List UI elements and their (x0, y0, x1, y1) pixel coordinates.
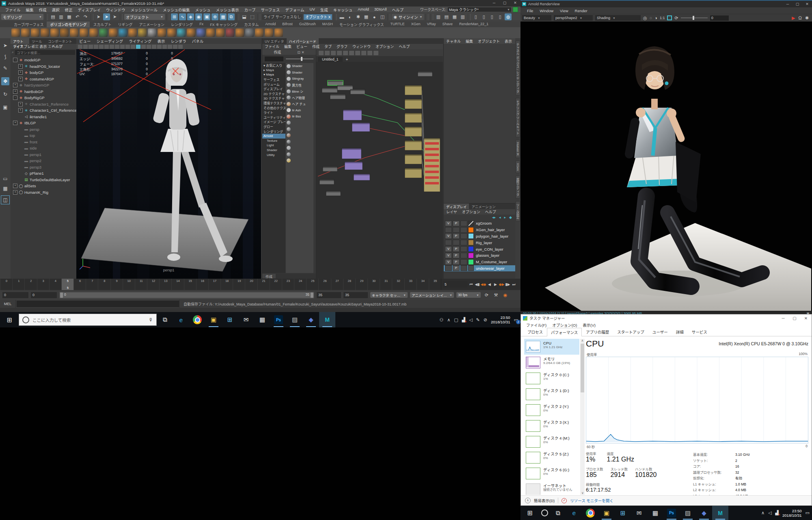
shelf-icon[interactable] (245, 28, 254, 37)
tab-untitled-1[interactable]: Untitled_1 (318, 57, 343, 62)
tab-プロセス[interactable]: プロセス (523, 327, 547, 336)
layer-eye_CON_layer[interactable]: VPeye_CON_layer (444, 246, 515, 252)
icon-make-live[interactable]: ▦ (220, 13, 227, 20)
taskbar-icon-task-view[interactable]: ⧉ (550, 506, 566, 520)
arnold-menu-Window[interactable]: Window (536, 9, 557, 13)
extra-toggle[interactable] (460, 259, 467, 265)
shelf-icon[interactable] (235, 28, 244, 37)
taskbar-icon-maya[interactable]: M (712, 506, 728, 520)
work-toolbar-icon[interactable] (343, 51, 348, 55)
arnold-titlebar[interactable]: M Arnold RenderView ─▢✕ (520, 0, 812, 7)
shelf-icon[interactable] (128, 28, 137, 37)
shelf-icon[interactable] (109, 28, 117, 37)
icon-safe-action[interactable] (120, 45, 125, 49)
shelf-icon[interactable] (89, 28, 98, 37)
taskmgr-menu-表示(V)[interactable]: 表示(V) (580, 322, 598, 328)
tray-volume-icon[interactable]: ◁ (768, 510, 771, 516)
tab-詳細[interactable]: 詳細 (672, 327, 688, 336)
shelf-tab-スカルプト[interactable]: スカルプト (90, 22, 114, 27)
lasso-tool[interactable]: ⟆ (1, 53, 9, 61)
icon-select-object[interactable]: ➤ (103, 13, 110, 20)
new-tab-button[interactable]: + (343, 57, 351, 62)
category-Maya[interactable]: ▸ Maya (262, 68, 285, 73)
dock-tab-Human IK[interactable]: Human IK (516, 140, 520, 158)
shelf-icon[interactable] (41, 28, 49, 37)
icon-construction-history-lock[interactable]: ⬓ (241, 13, 248, 20)
perspective-viewport[interactable]: ビューシェーディングライティング表示レンダラパネル (76, 38, 261, 279)
shelf-icon[interactable] (11, 28, 20, 37)
node-type-Shader[interactable]: Shader (286, 69, 313, 76)
perf-item-メモリ[interactable]: メモリ9.2/64.0 GB (19%) (524, 355, 579, 370)
icon-field-chart[interactable] (115, 45, 119, 49)
category-Shader[interactable]: Shader (262, 148, 285, 153)
current-frame-field[interactable]: 5 (443, 281, 467, 288)
icon-select-hierarchy[interactable]: ➤ (95, 13, 102, 20)
node-type-swatch[interactable] (286, 151, 313, 158)
shelf-tab-ポリゴンのモデリング[interactable]: ポリゴンのモデリング (47, 22, 90, 27)
taskbar-search[interactable]: ここに入力して検索 🎙︎ (19, 314, 157, 326)
shelf-icon[interactable] (274, 28, 283, 37)
icon-toggle-modeling-toolkit[interactable]: ▯ (497, 13, 503, 20)
frame-4[interactable]: 4 (49, 279, 62, 290)
character-set-dropdown[interactable]: キャラクタ セットなし▼ (370, 292, 408, 298)
swatch-size-slider[interactable] (286, 58, 313, 59)
icon-snap-together[interactable]: ⧉ (228, 13, 235, 20)
icon-lights[interactable] (152, 45, 156, 49)
menu-修正[interactable]: 修正 (62, 7, 75, 13)
node-type-異方性[interactable]: 異方性 (286, 82, 313, 89)
menu-ヘルプ[interactable]: ヘルプ (389, 7, 406, 13)
expand-toggle[interactable]: + (18, 64, 23, 69)
viewport-menu-パネル[interactable]: パネル (189, 38, 207, 44)
taskbar-icon-calculator[interactable]: ▦ (254, 312, 270, 327)
ab-compare-icon[interactable]: ◑ (654, 15, 657, 20)
hypershade-menu-グラフ[interactable]: グラフ (334, 44, 350, 49)
icon-new-scene[interactable]: ▤ (50, 13, 56, 20)
animation-start-field[interactable]: 0 (2, 292, 28, 298)
anim-preferences-icon[interactable]: ⚒ (492, 292, 499, 299)
maximize-button[interactable]: ▢ (499, 0, 510, 6)
tab-コンポーネント エディタ[interactable]: コンポーネント エディタ (45, 38, 76, 44)
tab-アウトライナ[interactable]: アウトライナ (11, 38, 29, 44)
work-toolbar-icon[interactable] (331, 51, 336, 55)
menu-3DtoAll[interactable]: 3DtoAll (371, 7, 389, 13)
tab-create[interactable]: 作成 (262, 274, 276, 278)
outliner-menu-ディスプレイ[interactable]: ディスプレイ (11, 44, 37, 49)
step-forward-key-button[interactable]: ◆▶ (499, 281, 505, 288)
category-Texture[interactable]: Texture (262, 139, 285, 143)
work-toolbar-icon[interactable] (355, 51, 360, 55)
outliner-item-HumanIK_Rig[interactable]: +◯HumanIK_Rig (11, 189, 76, 196)
playback-toggle[interactable]: P (453, 246, 460, 252)
tab-UV エディタ[interactable]: UV エディタ (262, 38, 287, 44)
icon-move-layer-up[interactable]: ◂▸ (492, 215, 496, 219)
frame-8[interactable]: 8 (98, 279, 110, 290)
outliner-item-headPOS_locator[interactable]: +✳headPOS_locator (11, 63, 76, 70)
frame-28[interactable]: 28 (343, 279, 356, 290)
frame-7[interactable]: 7 (86, 279, 98, 290)
minimize-button[interactable]: ─ (783, 2, 793, 6)
exposure-value-field[interactable]: 0 (710, 15, 729, 21)
icon-undo[interactable]: ↶ (74, 13, 81, 20)
category-グロー[interactable]: グロー (262, 124, 285, 129)
outliner-item-Character1_Ctrl_Reference[interactable]: +✳Character1_Ctrl_Reference (11, 107, 76, 114)
frame-13[interactable]: 13 (159, 279, 172, 290)
frame-ruler[interactable]: 0123455678910111213141516171819202122232… (0, 279, 441, 290)
frame-9[interactable]: 9 (110, 279, 123, 290)
shelf-icon[interactable] (158, 28, 166, 37)
icon-move-layer-down[interactable]: ◂ (499, 215, 501, 219)
visibility-toggle[interactable]: V (445, 233, 452, 239)
work-toolbar-icon[interactable] (374, 51, 378, 55)
outliner-item-modelGP[interactable]: -❖modelGP (11, 57, 76, 63)
close-button[interactable]: ✕ (800, 316, 812, 321)
command-search-input[interactable]: コマンド検索... (15, 50, 75, 55)
zoom-ratio-label[interactable]: 1:1 (660, 16, 665, 20)
icon-selection-highlight[interactable]: ⬚ (249, 13, 256, 20)
tray-people-icon[interactable]: ⚇ (439, 317, 443, 323)
settings-gear-icon[interactable]: ✱ (805, 15, 809, 21)
expand-toggle[interactable]: - (13, 95, 17, 100)
icon-safe-title[interactable] (125, 45, 130, 49)
category-ディスプレイ[interactable]: ディスプレイ (262, 87, 285, 91)
minimize-button[interactable]: ─ (489, 0, 499, 6)
outliner-item-persp3[interactable]: ▬persp3 (11, 164, 76, 171)
hypershade-menu-作成[interactable]: 作成 (310, 44, 322, 49)
outliner-item-side[interactable]: ▬side (11, 145, 76, 152)
